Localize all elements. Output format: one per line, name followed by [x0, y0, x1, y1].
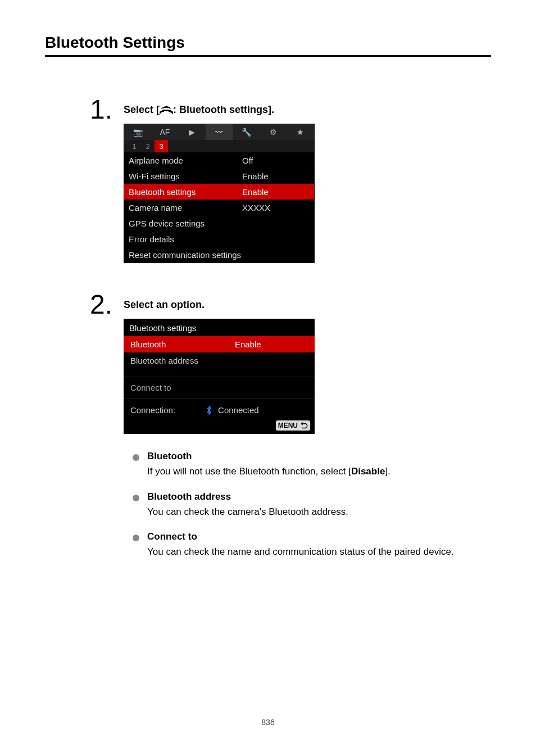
step-2-number: 2.: [45, 291, 124, 318]
top-tab: 📷: [124, 124, 151, 140]
menu-row: Airplane modeOff: [124, 152, 314, 168]
menu-row: Wi-Fi settingsEnable: [124, 168, 314, 184]
menu-row-value: Off: [242, 156, 310, 165]
menu-row-value: Enable: [242, 187, 310, 197]
menu-row-label: GPS device settings: [129, 219, 242, 228]
bullet-text: If you will not use the Bluetooth functi…: [147, 464, 491, 479]
bullet-item: Connect toYou can check the name and com…: [133, 531, 491, 559]
menu-row-label: Reset communication settings: [129, 250, 242, 260]
camera-menu-screenshot-1: 📷AF▶〰🔧⚙★ 123 Airplane modeOffWi-Fi setti…: [124, 124, 315, 263]
top-tab: AF: [151, 124, 178, 140]
page-number: 836: [45, 718, 491, 727]
menu-back-badge: MENU ⮌: [276, 420, 310, 431]
settings-row: Bluetooth address: [124, 352, 315, 369]
step-2: 2. Select an option. Bluetooth settings …: [45, 291, 491, 572]
step-1: 1. Select [: Bluetooth settings]. 📷AF▶〰🔧…: [45, 96, 491, 263]
connection-status-value: Connected: [218, 405, 259, 415]
ui2-header: Bluetooth settings: [124, 319, 315, 336]
bullet-title: Bluetooth address: [147, 491, 491, 503]
wireless-icon: [160, 106, 173, 114]
bullet-title: Bluetooth: [147, 451, 491, 462]
menu-row: Bluetooth settingsEnable: [124, 184, 314, 200]
menu-row-label: Airplane mode: [129, 156, 242, 165]
menu-row: GPS device settings: [124, 215, 314, 231]
top-tab: 🔧: [233, 124, 260, 140]
bullet-title: Connect to: [147, 531, 491, 542]
sub-tab: 2: [141, 140, 155, 152]
settings-row-label: Bluetooth: [130, 339, 235, 349]
bullet-text: You can check the camera's Bluetooth add…: [147, 505, 491, 519]
sub-tab-bar: 123: [124, 140, 314, 152]
bullet-item: BluetoothIf you will not use the Bluetoo…: [133, 451, 491, 479]
step-1-title: Select [: Bluetooth settings].: [124, 104, 491, 116]
tab-bar: 📷AF▶〰🔧⚙★: [124, 124, 314, 140]
menu-row-value: XXXXX: [242, 203, 310, 212]
sub-tab: 3: [155, 140, 168, 152]
connect-to-row: Connect to: [124, 377, 315, 399]
option-explanations: BluetoothIf you will not use the Bluetoo…: [124, 451, 491, 559]
step-2-title: Select an option.: [124, 299, 491, 311]
step-1-number: 1.: [45, 96, 124, 123]
page-title: Bluetooth Settings: [45, 34, 491, 57]
menu-row: Error details: [124, 231, 314, 247]
step-1-title-pre: Select [: [124, 104, 160, 115]
connection-status-row: Connection: Connected: [124, 399, 315, 418]
sub-tab: 1: [128, 140, 141, 152]
menu-row: Reset communication settings: [124, 247, 314, 262]
settings-row-value: Enable: [235, 339, 308, 349]
menu-row: Camera nameXXXXX: [124, 200, 314, 215]
menu-row-label: Bluetooth settings: [129, 187, 242, 197]
connection-status-label: Connection:: [130, 405, 175, 415]
top-tab: ★: [287, 124, 314, 140]
menu-row-value: Enable: [242, 171, 310, 181]
menu-row-label: Wi-Fi settings: [129, 171, 242, 181]
return-icon: ⮌: [300, 421, 308, 430]
step-1-title-post: : Bluetooth settings].: [173, 104, 274, 115]
camera-menu-screenshot-2: Bluetooth settings BluetoothEnableBlueto…: [124, 319, 315, 434]
bullet-item: Bluetooth addressYou can check the camer…: [133, 491, 491, 519]
top-tab: ▶: [179, 124, 206, 140]
menu-row-label: Camera name: [129, 203, 242, 212]
settings-row: BluetoothEnable: [124, 336, 315, 352]
bluetooth-icon: [205, 406, 214, 415]
menu-row-label: Error details: [129, 234, 242, 244]
top-tab: 〰: [206, 124, 233, 140]
top-tab: ⚙: [260, 124, 287, 140]
bullet-text: You can check the name and communication…: [147, 545, 491, 559]
menu-back-label: MENU: [278, 422, 298, 429]
settings-row-label: Bluetooth address: [130, 356, 235, 365]
